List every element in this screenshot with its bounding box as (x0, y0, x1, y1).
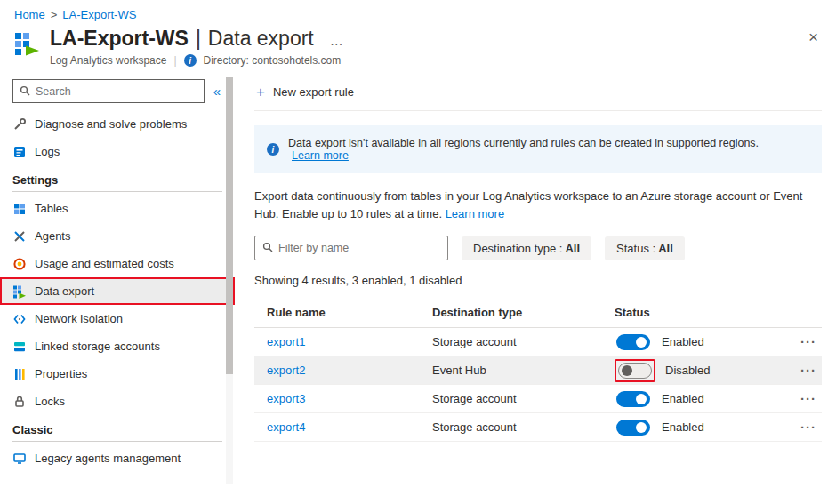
more-options-icon[interactable]: … (330, 33, 344, 48)
table-row: export2 Event Hub Disabled ··· (254, 356, 822, 385)
sidebar-item-network-isolation[interactable]: Network isolation (0, 305, 235, 332)
close-icon[interactable]: × (808, 28, 818, 45)
status-label: Enabled (662, 420, 704, 434)
row-more-options-icon[interactable]: ··· (779, 334, 822, 349)
rule-name-link[interactable]: export3 (254, 392, 432, 405)
data-export-app-icon (14, 30, 41, 60)
sidebar-item-diagnose-and-solve-problems[interactable]: Diagnose and solve problems (0, 110, 235, 138)
row-more-options-icon[interactable]: ··· (779, 391, 822, 406)
sidebar-item-properties[interactable]: Properties (0, 360, 235, 388)
destination-type-cell: Event Hub (432, 364, 615, 377)
sidebar-item-label: Linked storage accounts (35, 340, 160, 353)
status-toggle[interactable] (616, 391, 650, 407)
row-more-options-icon[interactable]: ··· (779, 363, 822, 378)
status-toggle[interactable] (618, 363, 652, 379)
page-title: Data export (208, 27, 314, 51)
banner-learn-more-link[interactable]: Learn more (292, 149, 349, 162)
scrollbar-thumb[interactable] (226, 77, 233, 374)
subtitle-separator: | (173, 54, 176, 67)
sidebar-item-label: Logs (35, 145, 60, 158)
status-filter-pill[interactable]: Status :All (605, 236, 685, 260)
filter-by-name-box[interactable] (254, 236, 448, 260)
sidebar-item-legacy-agents-management[interactable]: Legacy agents management (0, 444, 235, 472)
sidebar-item-locks[interactable]: Locks (0, 388, 235, 415)
sidebar-item-logs[interactable]: Logs (0, 138, 235, 165)
main-content: + New export rule i Data export isn't av… (235, 77, 836, 479)
sidebar-item-label: Network isolation (35, 312, 123, 325)
row-more-options-icon[interactable]: ··· (779, 420, 822, 435)
column-header-status: Status (615, 306, 779, 319)
sidebar: « Diagnose and solve problems Logs Setti… (0, 77, 235, 479)
locks-icon (12, 395, 27, 409)
blade-header: LA-Export-WS | Data export … Log Analyti… (14, 27, 822, 67)
status-label: Enabled (662, 335, 704, 348)
info-icon: i (267, 143, 279, 156)
toggle-knob (636, 394, 647, 404)
sidebar-item-label: Diagnose and solve problems (35, 117, 187, 131)
rule-name-link[interactable]: export2 (254, 364, 432, 377)
rule-name-link[interactable]: export4 (254, 420, 432, 434)
title-separator: | (196, 27, 201, 51)
toolbar-divider (254, 110, 822, 111)
filter-bar: Destination type :All Status :All (254, 236, 822, 260)
toggle-knob (636, 422, 647, 433)
sidebar-item-label: Locks (35, 395, 65, 408)
destination-type-cell: Storage account (432, 335, 615, 348)
table-row: export3 Storage account Enabled ··· (254, 385, 822, 413)
status-label: Enabled (662, 392, 704, 405)
sidebar-item-agents[interactable]: Agents (0, 222, 235, 250)
description-learn-more-link[interactable]: Learn more (446, 207, 504, 220)
agents-icon (12, 229, 27, 244)
sidebar-item-data-export[interactable]: Data export (0, 277, 235, 305)
export-rules-table: Rule name Destination type Status export… (254, 299, 822, 442)
sidebar-search-input[interactable] (36, 85, 197, 98)
toggle-annotation (615, 332, 652, 352)
description-text: Export data continuously from tables in … (254, 188, 822, 222)
legacy-agents-icon (12, 452, 27, 466)
sidebar-item-usage-and-estimated-costs[interactable]: Usage and estimated costs (0, 250, 235, 277)
destination-type-cell: Storage account (432, 392, 615, 405)
sidebar-section-classic: Classic (0, 415, 235, 441)
filter-search-icon (262, 240, 273, 256)
toggle-annotation (615, 359, 655, 382)
logs-icon (12, 145, 27, 159)
destination-type-filter-pill[interactable]: Destination type :All (462, 236, 591, 260)
resource-type-label: Log Analytics workspace (50, 54, 166, 67)
network-isolation-icon (12, 312, 27, 326)
rule-name-link[interactable]: export1 (254, 335, 432, 348)
usage-icon (12, 257, 27, 271)
collapse-sidebar-icon[interactable]: « (212, 84, 222, 99)
sidebar-item-tables[interactable]: Tables (0, 195, 235, 222)
breadcrumb: Home>LA-Export-WS (0, 0, 836, 23)
sidebar-search-box[interactable] (12, 79, 205, 103)
sidebar-item-label: Tables (35, 202, 68, 215)
breadcrumb-separator: > (51, 8, 58, 21)
sidebar-item-label: Usage and estimated costs (35, 257, 174, 270)
new-export-rule-button[interactable]: + New export rule (254, 77, 356, 110)
tables-icon (12, 202, 27, 216)
plus-icon: + (256, 84, 265, 100)
toggle-knob (636, 337, 647, 348)
sidebar-item-linked-storage-accounts[interactable]: Linked storage accounts (0, 332, 235, 360)
results-summary: Showing 4 results, 3 enabled, 1 disabled (254, 274, 822, 287)
table-row: export1 Storage account Enabled ··· (254, 328, 822, 356)
banner-text: Data export isn't available in all regio… (288, 137, 809, 162)
column-header-destination-type: Destination type (432, 306, 615, 319)
search-icon (20, 84, 30, 100)
directory-label: Directory: contosohotels.com (204, 54, 342, 67)
linked-storage-icon (12, 340, 27, 354)
filter-by-name-input[interactable] (278, 242, 440, 254)
toggle-annotation (615, 418, 652, 437)
breadcrumb-home-link[interactable]: Home (14, 8, 45, 21)
sidebar-section-settings: Settings (0, 165, 235, 191)
section-divider (12, 441, 222, 442)
table-row: export4 Storage account Enabled ··· (254, 413, 822, 442)
sidebar-scrollbar[interactable] (226, 77, 233, 484)
properties-icon (12, 367, 27, 381)
breadcrumb-current-link[interactable]: LA-Export-WS (62, 8, 136, 21)
status-toggle[interactable] (616, 420, 650, 436)
sidebar-item-label: Agents (35, 229, 70, 243)
directory-info-icon: i (184, 54, 197, 67)
sidebar-item-label: Properties (35, 367, 87, 380)
status-toggle[interactable] (616, 334, 650, 350)
